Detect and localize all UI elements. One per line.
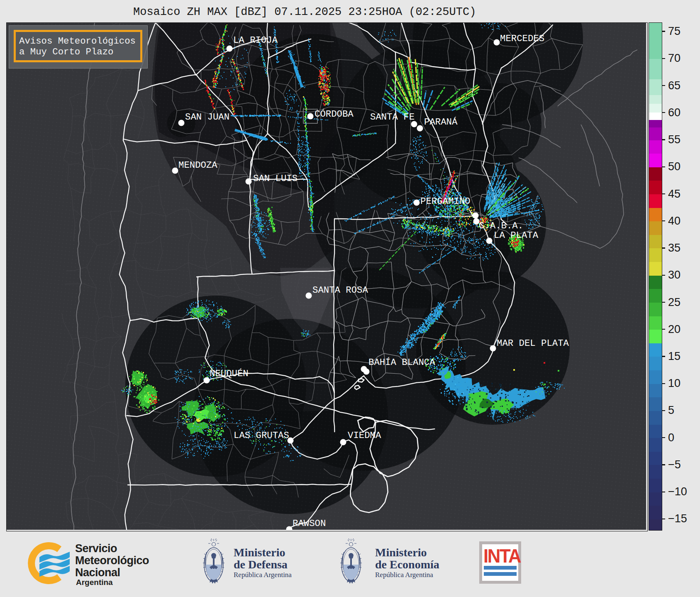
svg-text:CÓRDOBA: CÓRDOBA xyxy=(315,109,354,120)
svg-text:LAS GRUTAS: LAS GRUTAS xyxy=(234,430,289,441)
svg-text:SAN JUAN: SAN JUAN xyxy=(185,112,229,122)
svg-text:LA RIOJA: LA RIOJA xyxy=(233,35,278,46)
svg-text:SAN LUIS: SAN LUIS xyxy=(253,173,298,184)
svg-text:NEUQUÉN: NEUQUÉN xyxy=(210,368,249,379)
svg-text:VIEDMA: VIEDMA xyxy=(348,430,381,441)
svg-text:MAR DEL PLATA: MAR DEL PLATA xyxy=(497,338,569,349)
svg-text:PARANÁ: PARANÁ xyxy=(424,117,458,127)
svg-text:BAHÍA BLANCA: BAHÍA BLANCA xyxy=(368,357,435,368)
svg-text:RAWSON: RAWSON xyxy=(293,518,326,529)
svg-text:MENDOZA: MENDOZA xyxy=(178,160,217,171)
svg-text:SANTA ROSA: SANTA ROSA xyxy=(312,285,368,296)
svg-text:PERGAMINO: PERGAMINO xyxy=(420,196,470,207)
svg-text:LA PLATA: LA PLATA xyxy=(494,230,539,241)
svg-text:MERCEDES: MERCEDES xyxy=(500,33,544,44)
svg-text:SANTA FE: SANTA FE xyxy=(370,112,415,122)
